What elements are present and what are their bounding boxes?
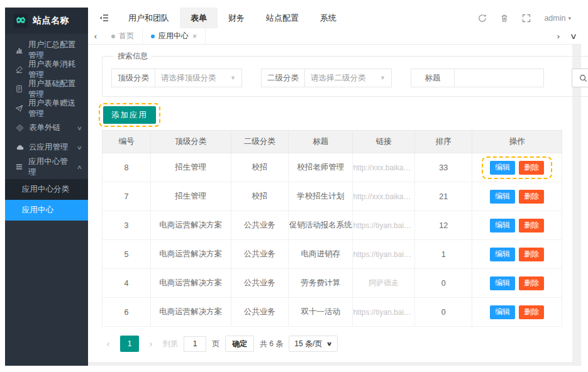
- table-row: 5电商运营解决方案公共业务电商进销存https://tiyan.baishu…1…: [103, 240, 562, 269]
- pagination: ‹ 1 › 到第 页 确定 共 6 条 15 条/页 ∨: [102, 336, 562, 352]
- edit-button[interactable]: 编辑: [490, 219, 515, 232]
- page-size-select[interactable]: 15 条/页 ∨: [289, 336, 337, 352]
- bar-chart-icon: [15, 46, 23, 55]
- row-id: 7: [103, 182, 151, 211]
- goto-label: 到第: [163, 339, 178, 349]
- row-link[interactable]: http://xxx.baikaoyu…: [353, 182, 415, 211]
- collapse-menu-icon[interactable]: [99, 14, 109, 22]
- tab-1[interactable]: 应用中心×: [142, 28, 206, 44]
- top-category-select[interactable]: 请选择顶级分类 ▼: [155, 68, 242, 87]
- top-nav-item-4[interactable]: 系统: [309, 8, 347, 28]
- sidebar-menu: 用户汇总配置管理用户表单消耗管理用户基础配置管理用户表单赠送管理表单外链∨云应用…: [5, 34, 88, 221]
- row-sort: 0: [415, 269, 472, 298]
- row-actions-group: 编辑删除: [486, 304, 548, 320]
- total-count-label: 共 6 条: [260, 339, 283, 349]
- sidebar-item-3[interactable]: 用户表单赠送管理: [5, 99, 88, 118]
- delete-button[interactable]: 删除: [519, 276, 544, 290]
- search-button[interactable]: 搜索: [572, 68, 588, 87]
- edit-button[interactable]: 编辑: [490, 190, 515, 204]
- prev-page-icon[interactable]: ‹: [102, 336, 114, 352]
- delete-button[interactable]: 删除: [519, 161, 544, 175]
- user-menu[interactable]: admin ▾: [544, 14, 571, 23]
- delete-button[interactable]: 删除: [519, 248, 544, 261]
- row-sub-category: 校招: [231, 153, 288, 182]
- row-id: 4: [103, 269, 151, 298]
- tabbar: ‹ 首页应用中心× › ∨: [88, 28, 581, 45]
- tabs-scroll-left-icon[interactable]: ‹: [88, 31, 103, 41]
- row-title: 学校招生计划: [289, 182, 353, 211]
- sidebar-item-label: 应用中心管理: [28, 156, 72, 178]
- top-category-label: 顶级分类: [111, 68, 155, 87]
- goto-page-input[interactable]: [184, 336, 206, 352]
- column-header-4: 链接: [353, 131, 415, 153]
- sidebar-item-4[interactable]: 表单外链∨: [5, 118, 88, 138]
- top-nav-item-0[interactable]: 用户和团队: [118, 8, 180, 28]
- title-label: 标题: [411, 68, 455, 87]
- tab-0[interactable]: 首页: [103, 28, 142, 44]
- list-icon: [15, 163, 23, 172]
- cloud-icon: [15, 143, 24, 152]
- sidebar-subitem-1[interactable]: 应用中心: [5, 200, 88, 221]
- search-icon: [579, 74, 587, 82]
- chevron-down-icon: ▼: [230, 75, 236, 81]
- column-header-1: 顶级分类: [150, 131, 231, 153]
- close-icon[interactable]: ×: [192, 32, 197, 41]
- row-link[interactable]: https://tiyan.baishu…: [353, 298, 415, 327]
- chevron-up-icon: ∧: [77, 164, 82, 170]
- top-nav-item-2[interactable]: 财务: [218, 8, 255, 28]
- row-actions-group: 编辑删除: [486, 246, 548, 263]
- edit-button[interactable]: 编辑: [490, 248, 515, 261]
- confirm-page-button[interactable]: 确定: [225, 336, 254, 352]
- top-nav-item-1[interactable]: 表单: [180, 8, 218, 28]
- search-form: 顶级分类 请选择顶级分类 ▼ 二级分类 请选择二级分类 ▼: [111, 68, 588, 87]
- title-input[interactable]: [455, 68, 544, 87]
- sidebar-subitem-0[interactable]: 应用中心分类: [5, 179, 88, 200]
- row-link[interactable]: http://xxx.baikaoyu…: [353, 153, 415, 182]
- fullscreen-icon[interactable]: [522, 14, 531, 23]
- sidebar-item-0[interactable]: 用户汇总配置管理: [5, 40, 88, 60]
- row-actions: 编辑删除: [472, 182, 562, 211]
- sidebar-item-1[interactable]: 用户表单消耗管理: [5, 60, 88, 79]
- edit-button[interactable]: 编辑: [490, 161, 515, 175]
- trash-icon[interactable]: [500, 14, 509, 23]
- edit-button[interactable]: 编辑: [490, 276, 515, 290]
- logo[interactable]: 站点名称: [5, 8, 88, 34]
- top-navigation: 用户和团队表单财务站点配置系统: [118, 8, 347, 28]
- current-page-button[interactable]: 1: [120, 336, 139, 352]
- sidebar-item-6[interactable]: 应用中心管理∧: [5, 157, 88, 177]
- column-header-3: 标题: [289, 131, 353, 153]
- content-area: 搜索信息 顶级分类 请选择顶级分类 ▼ 二级分类 请选择二: [88, 45, 581, 366]
- next-page-icon[interactable]: ›: [145, 336, 157, 352]
- row-link[interactable]: https://tiyan.baishu…: [353, 211, 415, 240]
- edit-button[interactable]: 编辑: [490, 305, 515, 319]
- delete-button[interactable]: 删除: [519, 219, 544, 232]
- tab-label: 首页: [119, 31, 134, 41]
- sidebar-item-2[interactable]: 用户基础配置管理: [5, 79, 88, 99]
- refresh-icon[interactable]: [478, 14, 487, 23]
- app-frame: 站点名称 用户汇总配置管理用户表单消耗管理用户基础配置管理用户表单赠送管理表单外…: [5, 8, 581, 366]
- row-top-category: 电商运营解决方案: [150, 269, 231, 298]
- topbar-actions: admin ▾: [478, 14, 581, 23]
- sidebar-item-5[interactable]: 云应用管理∨: [5, 138, 88, 157]
- table-row: 8招生管理校招校招老师管理http://xxx.baikaoyu…33编辑删除: [103, 153, 562, 182]
- sub-category-select[interactable]: 请选择二级分类 ▼: [305, 68, 392, 87]
- row-link[interactable]: https://tiyan.baishu…: [353, 240, 415, 269]
- top-nav-item-3[interactable]: 站点配置: [255, 8, 309, 28]
- owl-logo-icon: [14, 14, 28, 28]
- row-sub-category: 公共业务: [231, 211, 288, 240]
- title-filter: 标题: [411, 68, 544, 87]
- main-area: 用户和团队表单财务站点配置系统 admin ▾ ‹ 首页应用中心×: [88, 8, 581, 366]
- sidebar-item-label: 用户表单消耗管理: [28, 59, 82, 80]
- delete-button[interactable]: 删除: [519, 190, 544, 204]
- add-app-button[interactable]: 添加应用: [103, 106, 156, 124]
- row-title: 双十一活动: [289, 298, 353, 327]
- sidebar-item-label: 用户汇总配置管理: [28, 40, 82, 61]
- row-link[interactable]: 阿萨德走: [353, 269, 415, 298]
- username: admin: [544, 14, 565, 23]
- delete-button[interactable]: 删除: [519, 305, 544, 319]
- tab-status-dot: [111, 35, 115, 38]
- row-actions: 编辑删除: [472, 240, 562, 269]
- tabs-menu-icon[interactable]: ∨: [563, 31, 583, 41]
- table-row: 3电商运营解决方案公共业务促销活动报名系统https://tiyan.baish…: [103, 211, 562, 240]
- table-row: 7招生管理校招学校招生计划http://xxx.baikaoyu…21编辑删除: [103, 182, 562, 211]
